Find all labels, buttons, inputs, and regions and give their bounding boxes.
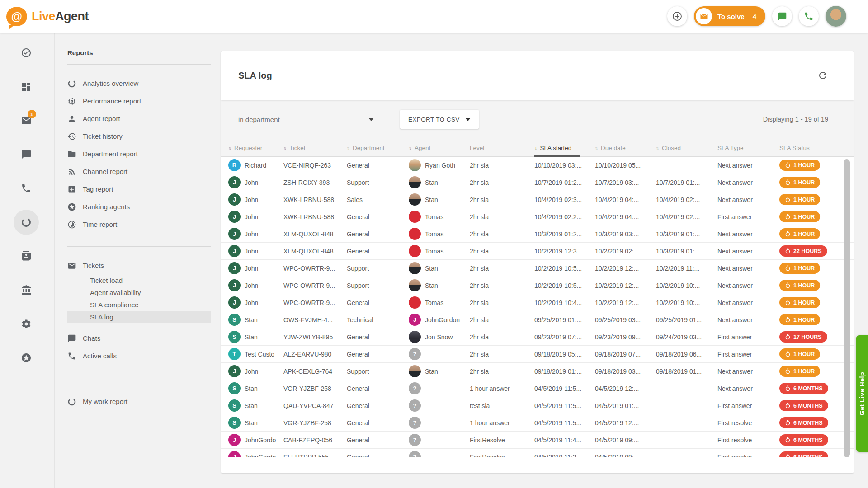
department-cell: General [347, 436, 409, 444]
agent-name: Stan [425, 282, 438, 289]
table-row[interactable]: J John ZSH-RCIXY-393 Support Stan 2hr sl… [221, 174, 854, 191]
sidebar-item-performance-report[interactable]: Performance report [67, 92, 211, 110]
add-button[interactable] [667, 6, 687, 26]
stopwatch-icon [785, 420, 791, 426]
table-row[interactable]: S Stan VGR-YJZBF-258 General ? 1 hour an… [221, 380, 854, 397]
column-header-department[interactable]: ↑↓ Department [347, 139, 409, 157]
table-row[interactable]: S Stan VGR-YJZBF-258 General ? 1 hour an… [221, 414, 854, 432]
rail-item-favorites[interactable] [14, 345, 39, 371]
column-header-level[interactable]: Level [470, 139, 534, 157]
sla-status-label: 22 HOURS [793, 248, 822, 254]
rail-item-calls[interactable] [14, 176, 39, 201]
stopwatch-icon [785, 214, 791, 220]
rail-item-dashboard[interactable] [14, 74, 39, 99]
column-header-sla-type[interactable]: SLA Type [717, 139, 779, 157]
sla-type-cell: First resolve [717, 419, 779, 427]
rail-item-contacts[interactable] [14, 244, 39, 269]
sidebar-subitem-agent-availability[interactable]: Agent availability [67, 286, 211, 299]
sidebar-item-analytics-overview[interactable]: Analytics overview [67, 75, 211, 92]
sidebar-item-ticket-history[interactable]: Ticket history [67, 127, 211, 145]
department-filter-select[interactable]: in department [238, 116, 374, 123]
stopwatch-icon [785, 437, 791, 443]
table-row[interactable]: J John WPC-OWRTR-9... Support Stan 2hr s… [221, 260, 854, 277]
sidebar-item-active-calls[interactable]: Active calls [67, 347, 211, 365]
vertical-scrollbar[interactable] [844, 159, 850, 457]
sidebar-item-chats[interactable]: Chats [67, 329, 211, 347]
get-live-help-tab[interactable]: Get Live Help [856, 335, 868, 452]
rail-item-chats[interactable] [14, 142, 39, 167]
ticket-id: VGR-YJZBF-258 [283, 385, 347, 392]
column-header-requester[interactable]: ↑↓ Requester [228, 139, 283, 157]
sidebar-item-agent-report[interactable]: Agent report [67, 110, 211, 127]
chat-button[interactable] [772, 6, 792, 26]
column-header-sla-status[interactable]: SLA Status [779, 139, 843, 157]
table-row[interactable]: J John WPC-OWRTR-9... Support Stan 2hr s… [221, 277, 854, 294]
call-button[interactable] [799, 6, 819, 26]
table-row[interactable]: J John XWK-LRBNU-588 General Tomas 2hr s… [221, 208, 854, 225]
export-label: EXPORT TO CSV [408, 116, 460, 123]
stopwatch-icon [785, 334, 791, 340]
agent-avatar [409, 245, 421, 257]
column-header-sla-started[interactable]: ↓ SLA started [534, 139, 595, 157]
table-row[interactable]: J JohnGordo CAB-FZEPQ-056 General ? Firs… [221, 432, 854, 449]
menu-item-icon [67, 202, 76, 211]
table-row[interactable]: S Stan YJW-ZWLYB-895 General Jon Snow 2h… [221, 328, 854, 346]
table-row[interactable]: S Stan QAU-YVPCA-847 General ? test sla … [221, 397, 854, 414]
sidebar-subitem-ticket-load[interactable]: Ticket load [67, 274, 211, 286]
sidebar-item-channel-report[interactable]: Channel report [67, 163, 211, 180]
menu-item-icon [67, 167, 76, 176]
column-header-label: Department [353, 145, 385, 151]
level-cell: 2hr sla [470, 196, 534, 203]
sla-status-label: 6 MONTHS [793, 403, 823, 409]
sidebar-subitem-sla-log[interactable]: SLA log [67, 311, 211, 323]
sidebar-item-tag-report[interactable]: Tag report [67, 180, 211, 198]
to-solve-count: 4 [753, 13, 756, 20]
sla-status-label: 1 HOUR [793, 368, 815, 375]
sidebar-item-ranking-agents[interactable]: Ranking agents [67, 198, 211, 216]
table-row[interactable]: J JohnGordo ELI-UTPPP-555 General ? Firs… [221, 449, 854, 457]
requester-name: JohnGordo [245, 454, 276, 457]
sidebar-item-department-report[interactable]: Department report [67, 145, 211, 163]
rail-item-tasks[interactable] [14, 40, 39, 66]
table-row[interactable]: J John APK-CEXLG-764 Support Stan 2hr sl… [221, 363, 854, 380]
tickets-count-badge: 1 [28, 110, 36, 118]
to-solve-button[interactable]: To solve 4 [694, 6, 765, 26]
column-header-label: SLA started [540, 145, 572, 151]
agent-name: Stan [425, 196, 438, 203]
table-row[interactable]: T Test Custo ALZ-EARVU-980 General ? 2hr… [221, 346, 854, 363]
column-header-agent[interactable]: ↑↓ Agent [409, 139, 470, 157]
sidebar-item-label: Chats [83, 334, 100, 342]
table-row[interactable]: R Richard VCE-NIRQF-263 General Ryan Got… [221, 157, 854, 174]
rail-item-tickets[interactable]: 1 [14, 108, 39, 133]
requester-name: John [245, 265, 258, 272]
rail-item-settings[interactable] [14, 311, 39, 337]
table-row[interactable]: J John XLM-QUXOL-848 General Tomas 2hr s… [221, 243, 854, 260]
sidebar-item-tickets[interactable]: Tickets [67, 257, 211, 274]
user-avatar[interactable] [826, 6, 846, 27]
rail-item-reports[interactable] [14, 210, 39, 235]
sidebar-item-my-work-report[interactable]: My work report [67, 393, 211, 410]
table-row[interactable]: S Stan OWS-FVJMH-4... Technical J JohnGo… [221, 311, 854, 328]
table-row[interactable]: J John XWK-LRBNU-588 Sales Stan 2hr sla … [221, 191, 854, 208]
closed-cell: 10/2/2019 10:... [656, 282, 717, 289]
sidebar-subitem-sla-compliance[interactable]: SLA compliance [67, 299, 211, 311]
column-header-due-date[interactable]: ↑↓ Due date [595, 139, 656, 157]
agent-avatar: ? [409, 382, 421, 394]
rail-item-companies[interactable] [14, 277, 39, 303]
sidebar-report-items: Analytics overview Performance report Ag… [67, 75, 211, 233]
closed-cell: 10/2/2019 10:... [656, 299, 717, 306]
mail-icon [700, 12, 708, 20]
liveagent-logo[interactable]: @ LiveAgent [6, 7, 89, 26]
due-date-cell: 09/18/2019 07... [595, 351, 656, 358]
table-row[interactable]: J John XLM-QUXOL-848 General Tomas 2hr s… [221, 225, 854, 243]
sla-type-cell: Next answer [717, 368, 779, 375]
stopwatch-icon [785, 197, 791, 202]
export-to-csv-button[interactable]: EXPORT TO CSV [400, 110, 479, 129]
sla-type-cell: First answer [717, 333, 779, 341]
table-row[interactable]: J John WPC-OWRTR-9... General Tomas 2hr … [221, 294, 854, 311]
column-header-ticket[interactable]: ↑↓ Ticket [283, 139, 347, 157]
sidebar-item-time-report[interactable]: Time report [67, 216, 211, 233]
sla-started-cell: 10/2/2019 10:5... [534, 282, 595, 289]
refresh-button[interactable] [817, 70, 828, 81]
column-header-closed[interactable]: ↑↓ Closed [656, 139, 717, 157]
